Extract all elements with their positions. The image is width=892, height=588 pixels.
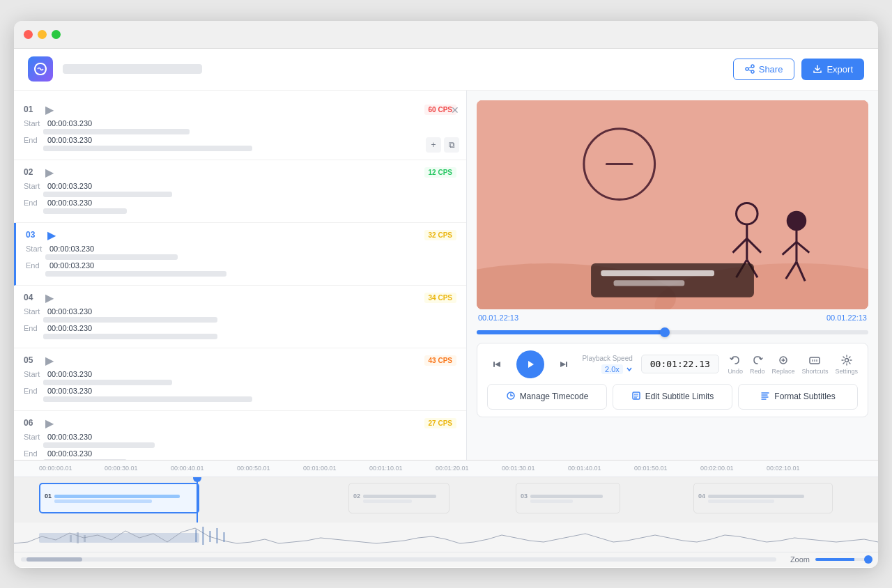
timeline-ruler: 00:00:00.01 00:00:30.01 00:00:40.01 00:0… [14, 461, 878, 477]
ruler-label-0: 00:00:00.01 [39, 465, 72, 472]
add-before-btn-1[interactable]: + [426, 137, 441, 153]
waveform-area: /* generated */ [14, 523, 878, 552]
export-button[interactable]: Export [801, 59, 864, 80]
start-time-3: 00:00:03.230 [49, 245, 94, 253]
end-time-1: 00:00:03.230 [47, 136, 92, 144]
play-icon-2[interactable]: ▶ [45, 167, 54, 177]
text-bar-5a [43, 380, 172, 385]
time-left: 00.01.22:13 [478, 314, 518, 322]
speed-label: Playback Speed [583, 355, 633, 362]
video-player [477, 100, 868, 309]
text-bar-5b [43, 396, 252, 402]
play-icon-1[interactable]: ▶ [45, 105, 54, 114]
text-bar-2a [43, 192, 172, 197]
play-icon-5[interactable]: ▶ [45, 355, 54, 365]
play-icon-4[interactable]: ▶ [45, 293, 54, 302]
ruler-label-11: 00:02:10.01 [767, 465, 800, 472]
scrollbar-thumb[interactable] [26, 557, 82, 562]
text-bar-1a [43, 129, 190, 134]
shortcuts-button[interactable]: Shortcuts [801, 354, 828, 375]
clip-num-2: 02 [353, 493, 360, 500]
settings-button[interactable]: Settings [835, 354, 858, 375]
maximize-dot[interactable] [52, 30, 61, 39]
zoom-thumb[interactable] [864, 555, 872, 564]
subtitle-item-3: 03 ▶ 32 CPS Start 00:00:03.230 End 00:00… [14, 223, 466, 286]
ruler-label-2: 00:00:40.01 [171, 465, 204, 472]
svg-point-0 [751, 65, 754, 68]
shortcuts-label: Shortcuts [801, 368, 828, 375]
sub-num-1: 01 [24, 105, 39, 114]
text-bar-6a [43, 442, 155, 448]
text-bar-3a [45, 254, 178, 260]
text-bar-3b [45, 271, 226, 277]
edit-subtitle-limits-button[interactable]: Edit Subtitle Limits [613, 384, 732, 410]
ruler-label-5: 00:01:10.01 [369, 465, 403, 472]
text-bar-4a [43, 317, 217, 323]
play-icon-3[interactable]: ▶ [47, 230, 56, 240]
timeline-clip-4[interactable]: 04 [693, 483, 833, 513]
ruler-label-4: 00:01:00.01 [303, 465, 337, 472]
svg-rect-45 [202, 527, 204, 545]
close-dot[interactable] [24, 30, 33, 39]
close-icon-1[interactable]: ✕ [451, 105, 459, 116]
fast-forward-button[interactable] [553, 354, 574, 375]
video-scene [477, 100, 868, 309]
edit-limits-icon [631, 391, 641, 403]
progress-thumb[interactable] [660, 327, 670, 337]
playhead-line [197, 477, 198, 523]
start-time-1: 00:00:03.230 [47, 119, 92, 127]
progress-fill [477, 330, 665, 334]
format-icon [760, 391, 770, 403]
format-subtitles-label: Format Subtitles [774, 392, 835, 401]
svg-point-1 [746, 68, 748, 70]
timecode-display: 00:01:22.13 [641, 355, 719, 373]
manage-timecode-button[interactable]: Manage Timecode [487, 384, 607, 410]
svg-rect-24 [614, 280, 685, 286]
timeline-clip-1[interactable]: 01 [39, 483, 199, 513]
end-time-4: 00:00:03.230 [47, 324, 92, 332]
window-controls [24, 30, 61, 39]
titlebar [14, 21, 878, 49]
sub-num-5: 05 [24, 355, 39, 365]
svg-point-16 [787, 210, 806, 230]
play-button[interactable] [516, 350, 544, 378]
replace-button[interactable]: Replace [771, 354, 794, 375]
start-time-5: 00:00:03.230 [47, 370, 92, 378]
playhead-marker[interactable] [193, 477, 201, 482]
format-subtitles-button[interactable]: Format Subtitles [738, 384, 858, 410]
share-button[interactable]: Share [733, 59, 795, 80]
progress-bar[interactable] [477, 330, 868, 334]
app-window: Share Export 01 ▶ 60 CPS ✕ [14, 21, 878, 568]
zoom-fill [815, 558, 871, 561]
time-right: 00.01.22:13 [826, 314, 867, 322]
share-icon [745, 64, 755, 74]
svg-rect-25 [493, 362, 495, 367]
rewind-button[interactable] [487, 354, 508, 375]
clip-num-3: 03 [521, 493, 528, 500]
text-bar-2b [43, 208, 127, 214]
export-label: Export [826, 64, 853, 75]
subtitle-list[interactable]: 01 ▶ 60 CPS ✕ Start 00:00:03.230 End 00:… [14, 91, 467, 460]
header-left [28, 56, 202, 82]
redo-button[interactable]: Redo [750, 354, 765, 375]
play-icon-6[interactable]: ▶ [45, 418, 54, 428]
zoom-slider[interactable] [815, 558, 871, 561]
scrollbar-track[interactable] [21, 557, 776, 562]
minimize-dot[interactable] [38, 30, 47, 39]
timeline-clip-3[interactable]: 03 [516, 483, 620, 513]
waveform-svg: /* generated */ [14, 523, 878, 552]
controls-bar: Playback Speed 2.0x 00:01:22.13 [477, 343, 868, 417]
settings-icon [840, 354, 853, 366]
start-time-4: 00:00:03.230 [47, 307, 92, 316]
cps-badge-6: 27 CPS [424, 418, 456, 428]
timeline-clip-2[interactable]: 02 [348, 483, 449, 513]
header: Share Export [14, 49, 878, 91]
svg-rect-40 [39, 533, 199, 543]
add-after-btn-1[interactable]: ⧉ [444, 137, 459, 153]
ruler-label-9: 00:01:50.01 [634, 465, 668, 472]
svg-line-4 [748, 70, 751, 71]
end-label-1: End [24, 136, 43, 144]
undo-button[interactable]: Undo [728, 354, 743, 375]
undo-label: Undo [728, 368, 743, 375]
clip-num-1: 01 [45, 493, 52, 500]
